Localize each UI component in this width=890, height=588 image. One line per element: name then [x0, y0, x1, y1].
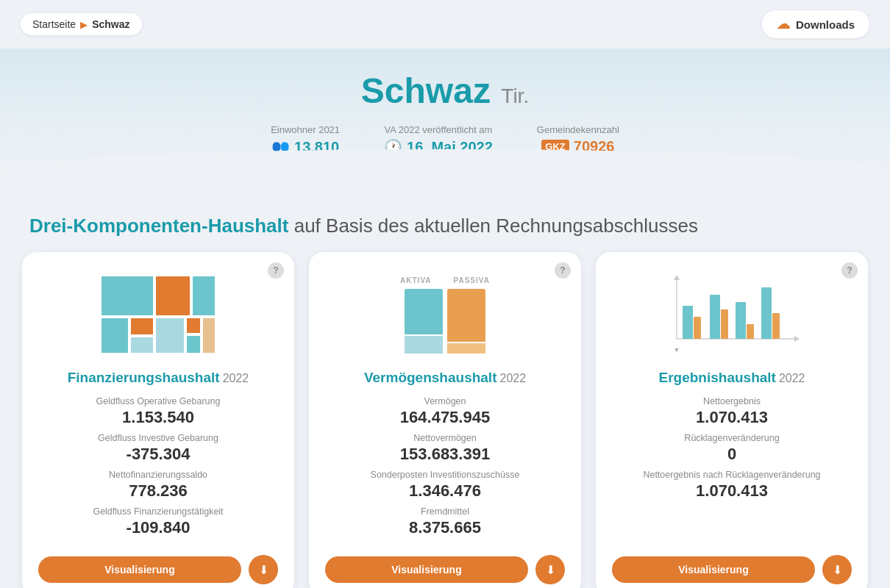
- aktiva-bar-1: [405, 289, 443, 334]
- data-row-investive: Geldfluss Investive Gebarung -375.304: [38, 433, 278, 464]
- svg-rect-5: [130, 337, 154, 354]
- label-nettoergebnis-nach: Nettoergebnis nach Rücklagenveränderung: [612, 470, 852, 480]
- download-icon-finanzierung: ⬇: [259, 563, 268, 577]
- breadcrumb-separator: ▶: [80, 19, 88, 30]
- veroeffentlicht-label: VA 2022 veröffentlicht am: [384, 124, 492, 135]
- breadcrumb[interactable]: Startseite ▶ Schwaz: [21, 13, 142, 35]
- svg-rect-15: [694, 317, 701, 339]
- label-vermoegen: Vermögen: [325, 396, 565, 406]
- aktiva-bar-2: [405, 336, 443, 354]
- bar-chart-svg: ▼: [662, 273, 802, 357]
- svg-rect-18: [736, 302, 746, 339]
- value-operative: 1.153.540: [38, 408, 278, 427]
- passiva-group: [447, 287, 485, 354]
- section-heading-bold: Drei-Komponenten-Haushalt: [29, 215, 288, 237]
- visualisierung-button-ergebnis[interactable]: Visualisierung: [612, 556, 815, 583]
- help-button-vermoegen[interactable]: ?: [555, 262, 571, 279]
- svg-rect-7: [186, 318, 201, 334]
- data-row-nettoergebnis-nach: Nettoergebnis nach Rücklagenveränderung …: [612, 470, 852, 501]
- svg-rect-19: [747, 324, 754, 339]
- chart-finanzierung: [38, 267, 278, 362]
- downloads-button[interactable]: ☁ Downloads: [762, 10, 869, 38]
- svg-rect-14: [683, 306, 693, 339]
- card-year-finanzierung: 2022: [223, 372, 249, 384]
- card-footer-ergebnis: Visualisierung ⬇: [612, 543, 852, 584]
- help-button-finanzierung[interactable]: ?: [268, 262, 284, 279]
- data-row-nettovermoegen: Nettovermögen 153.683.391: [325, 433, 565, 464]
- value-investive: -375.304: [38, 445, 278, 464]
- data-row-ruecklagen: Rücklagenveränderung 0: [612, 433, 852, 464]
- download-button-ergebnis[interactable]: ⬇: [822, 555, 852, 584]
- card-title-text-ergebnis: Ergebnishaushalt: [658, 370, 775, 385]
- passiva-bar-1: [447, 289, 485, 342]
- svg-rect-2: [192, 276, 216, 316]
- svg-rect-8: [186, 335, 201, 354]
- passiva-label: PASSIVA: [454, 276, 490, 284]
- label-fremdmittel: Fremdmittel: [325, 506, 565, 517]
- breadcrumb-home[interactable]: Startseite: [32, 18, 76, 30]
- card-title-vermoegen: Vermögenshaushalt2022: [325, 370, 565, 386]
- label-nettoergebnis: Nettoergebnis: [612, 396, 852, 406]
- clock-icon: 🕐: [384, 138, 402, 156]
- svg-rect-1: [155, 276, 191, 316]
- aktiva-group: [405, 287, 443, 354]
- label-investive: Geldfluss Investive Gebarung: [38, 433, 278, 443]
- svg-marker-13: [794, 336, 800, 342]
- cloud-download-icon: ☁: [777, 16, 790, 32]
- card-ergebnishaushalt: ?: [596, 252, 868, 588]
- city-name: Schwaz: [361, 71, 491, 110]
- balance-bars: [405, 287, 485, 354]
- balance-sheet: AKTIVA PASSIVA: [386, 276, 504, 354]
- label-sonderposten: Sonderposten Investitionszuschüsse: [325, 470, 565, 480]
- value-nettoergebnis-nach: 1.070.413: [612, 481, 852, 501]
- svg-text:▼: ▼: [674, 346, 680, 354]
- aktiva-label: AKTIVA: [400, 276, 431, 284]
- label-ruecklagen: Rücklagenveränderung: [612, 433, 852, 443]
- svg-rect-21: [772, 313, 780, 339]
- veroeffentlicht-value: 🕐 16. Mai 2022: [384, 138, 493, 156]
- passiva-bar-2: [447, 343, 485, 354]
- label-finanzierung: Geldfluss Finanzierungstätigkeit: [38, 506, 278, 517]
- card-footer-finanzierung: Visualisierung ⬇: [38, 543, 278, 584]
- meta-gkz: Gemeindekennzahl GKZ 70926: [537, 124, 619, 156]
- download-button-vermoegen[interactable]: ⬇: [535, 555, 565, 584]
- data-row-operative: Geldfluss Operative Gebarung 1.153.540: [38, 396, 278, 427]
- card-footer-vermoegen: Visualisierung ⬇: [325, 543, 565, 584]
- svg-rect-6: [155, 318, 185, 354]
- section-heading: Drei-Komponenten-Haushalt auf Basis des …: [0, 193, 890, 252]
- data-row-finanzierung: Geldfluss Finanzierungstätigkeit -109.84…: [38, 506, 278, 537]
- section-heading-rest: auf Basis des aktuellen Rechnungsabschlu…: [288, 215, 697, 237]
- card-title-ergebnis: Ergebnishaushalt2022: [612, 370, 852, 386]
- svg-rect-4: [130, 318, 154, 335]
- chart-ergebnis: ▼: [612, 267, 852, 362]
- people-icon: 👥: [271, 138, 290, 156]
- value-fremdmittel: 8.375.665: [325, 518, 565, 537]
- visualisierung-button-vermoegen[interactable]: Visualisierung: [325, 556, 528, 583]
- value-ruecklagen: 0: [612, 445, 852, 464]
- svg-rect-16: [710, 295, 720, 339]
- einwohner-label: Einwohner 2021: [271, 124, 340, 135]
- download-icon-vermoegen: ⬇: [546, 563, 555, 577]
- data-row-nettoergebnis: Nettoergebnis 1.070.413: [612, 396, 852, 427]
- value-netto: 778.236: [38, 481, 278, 501]
- card-title-finanzierung: Finanzierungshaushalt2022: [38, 370, 278, 386]
- card-title-text-vermoegen: Vermögenshaushalt: [364, 370, 497, 385]
- value-nettoergebnis: 1.070.413: [612, 408, 852, 427]
- value-finanzierung: -109.840: [38, 518, 278, 537]
- help-button-ergebnis[interactable]: ?: [841, 262, 858, 279]
- label-nettovermoegen: Nettovermögen: [325, 433, 565, 443]
- hero-title-area: Schwaz Tir.: [0, 71, 890, 111]
- hero-section: Schwaz Tir. Einwohner 2021 👥 13.810 VA 2…: [0, 49, 890, 193]
- card-finanzierungshaushalt: ?: [22, 252, 294, 588]
- einwohner-value: 👥 13.810: [271, 138, 339, 156]
- meta-veroeffentlicht: VA 2022 veröffentlicht am 🕐 16. Mai 2022: [384, 124, 493, 156]
- gkz-label: Gemeindekennzahl: [537, 124, 619, 135]
- visualisierung-button-finanzierung[interactable]: Visualisierung: [38, 556, 241, 583]
- download-button-finanzierung[interactable]: ⬇: [249, 555, 278, 584]
- data-row-sonderposten: Sonderposten Investitionszuschüsse 1.346…: [325, 470, 565, 501]
- label-netto: Nettofinanzierungssaldo: [38, 470, 278, 480]
- card-spacer: [612, 506, 852, 543]
- city-region: Tir.: [501, 85, 529, 107]
- data-row-netto: Nettofinanzierungssaldo 778.236: [38, 470, 278, 501]
- value-nettovermoegen: 153.683.391: [325, 445, 565, 464]
